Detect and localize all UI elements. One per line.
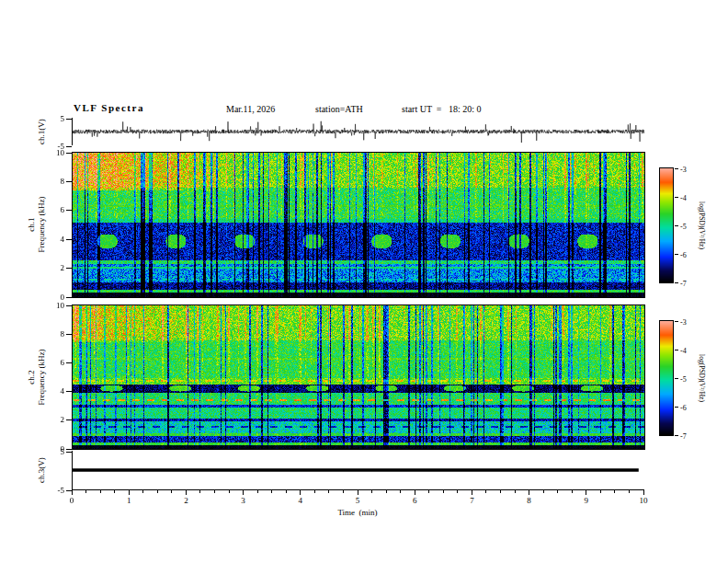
x-tick-mark [358,490,358,495]
colorbar1-tick-mark [675,168,678,169]
x-minor-tick-mark [229,490,230,493]
x-tick-mark [129,490,130,495]
ch3-waveform-plot [72,451,644,490]
time-axis-label: Time (min) [72,508,643,518]
y-tick-mark [66,146,72,147]
y-tick-label: 8 [40,329,64,339]
colorbar2-psd-label: log(PSD)(V²/Hz) [697,354,707,402]
y-tick-mark [66,334,72,335]
x-minor-tick-mark [400,490,401,493]
x-minor-tick-mark [515,490,516,493]
colorbar1-psd-label: log(PSD)(V²/Hz) [697,201,707,249]
colorbar1-tick-label: -7 [680,279,695,289]
y-tick-mark [66,210,72,211]
y-tick-mark [66,419,72,420]
colorbar2-tick-mark [675,321,678,322]
x-minor-tick-mark [543,490,544,493]
ch3-voltage-axis-label: ch.3(V) [37,457,47,483]
x-tick-label: 3 [234,496,253,506]
ch1-waveform-plot [72,118,644,145]
y-tick-label: 4 [40,386,64,396]
ch1-psd-colorbar [659,167,674,283]
x-tick-label: 2 [176,496,195,506]
x-tick-label: 4 [291,496,310,506]
x-minor-tick-mark [257,490,258,493]
y-tick-label: 10 [40,301,64,311]
colorbar2-tick-mark [675,378,678,379]
x-tick-mark [243,490,244,495]
colorbar2-tick-mark [675,435,678,436]
ch2-psd-colorbar [659,320,674,436]
colorbar1-tick-label: -3 [680,165,695,175]
colorbar2-tick-label: -7 [680,431,695,442]
y-tick-label: 5 [40,447,64,457]
x-minor-tick-mark [572,490,573,493]
y-tick-mark [66,239,72,240]
x-minor-tick-mark [171,490,172,493]
x-minor-tick-mark [600,490,601,493]
colorbar2-tick-label: -6 [680,403,695,413]
y-tick-label: 2 [40,415,64,425]
x-tick-label: 8 [520,496,539,506]
ch2-spectrogram [72,304,645,450]
ch2-axis-channel-label: ch.2 [27,349,37,405]
x-minor-tick-mark [214,490,215,493]
colorbar1-tick-mark [675,197,678,198]
y-tick-label: 2 [40,263,64,273]
y-tick-mark [66,452,72,453]
y-tick-label: 4 [40,235,64,245]
x-minor-tick-mark [457,490,458,493]
y-tick-label: 6 [40,358,64,368]
colorbar1-tick-mark [675,225,678,226]
x-minor-tick-mark [343,490,344,493]
x-tick-label: 10 [634,496,653,506]
x-minor-tick-mark [85,490,86,493]
x-minor-tick-mark [500,490,501,493]
x-tick-mark [472,490,472,495]
x-tick-mark [643,490,644,495]
x-tick-label: 1 [119,496,138,506]
x-tick-mark [186,490,187,495]
x-tick-label: 0 [63,496,81,506]
start-time-label: start UT = 18: 20: 0 [402,104,482,114]
x-tick-mark [72,490,73,495]
colorbar2-tick-label: -3 [680,317,695,327]
y-tick-mark [66,391,72,392]
y-tick-label: 8 [40,177,64,187]
colorbar1-tick-label: -6 [680,250,695,260]
colorbar1-tick-label: -4 [680,193,695,203]
x-minor-tick-mark [629,490,630,493]
date-label: Mar.11, 2026 [226,104,275,114]
x-minor-tick-mark [157,490,158,493]
x-minor-tick-mark [142,490,143,493]
y-tick-label: 5 [40,114,64,124]
x-minor-tick-mark [314,490,315,493]
x-minor-tick-mark [328,490,329,493]
x-minor-tick-mark [443,490,444,493]
colorbar1-tick-mark [675,282,678,283]
x-tick-label: 6 [405,496,424,506]
colorbar2-tick-mark [675,350,678,350]
y-tick-label: -5 [40,486,64,496]
x-minor-tick-mark [286,490,287,493]
y-tick-mark [66,119,72,120]
colorbar1-tick-label: -5 [680,222,695,232]
y-tick-mark [66,449,72,450]
ch1-spectrogram [72,152,645,298]
colorbar2-tick-mark [675,407,678,408]
y-tick-label: 10 [40,148,64,158]
x-tick-label: 5 [348,496,367,506]
x-minor-tick-mark [386,490,387,493]
colorbar2-tick-label: -5 [680,374,695,385]
station-label: station=ATH [315,104,363,114]
y-tick-mark [66,305,72,306]
x-tick-label: 7 [462,496,481,506]
x-minor-tick-mark [557,490,558,493]
x-tick-mark [415,490,415,495]
vlf-spectra-figure: VLF Spectra Mar.11, 2026 station=ATH sta… [0,0,728,563]
x-tick-mark [529,490,529,495]
y-tick-label: 6 [40,205,64,215]
x-minor-tick-mark [371,490,372,493]
x-minor-tick-mark [114,490,115,493]
y-tick-mark [66,181,72,182]
